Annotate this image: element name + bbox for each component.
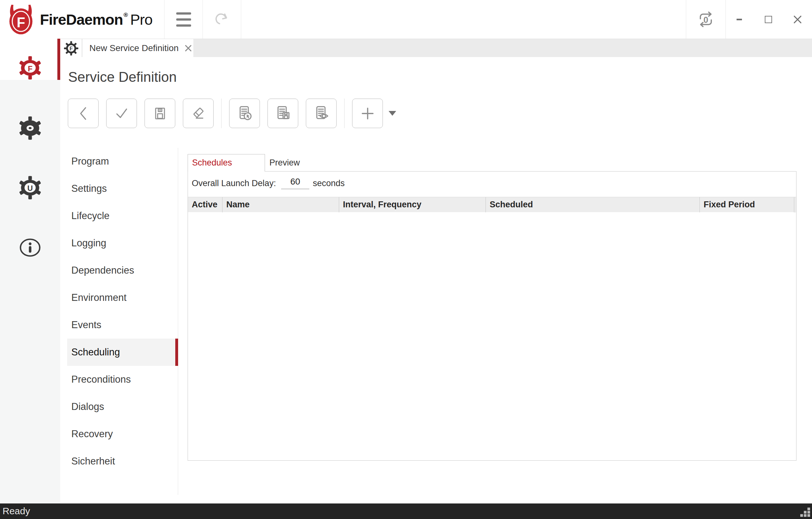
apply-button[interactable] xyxy=(106,98,137,128)
back-icon xyxy=(73,103,93,124)
service-definitions-section-cell[interactable]: F xyxy=(60,39,82,57)
launch-delay-label: Overall Launch Delay: xyxy=(192,178,276,188)
minimize-button[interactable] xyxy=(725,0,754,39)
clear-button[interactable] xyxy=(183,98,213,128)
svg-text:U: U xyxy=(27,184,33,193)
titlebar-separator xyxy=(241,0,241,39)
column-header-scheduled[interactable]: Scheduled xyxy=(486,197,699,212)
nav-item-lifecycle[interactable]: Lifecycle xyxy=(60,202,178,230)
nav-item-settings[interactable]: Settings xyxy=(60,175,178,202)
maximize-button[interactable] xyxy=(754,0,783,39)
tab-preview[interactable]: Preview xyxy=(267,154,334,171)
auto-refresh-button[interactable]: 0 xyxy=(686,0,725,39)
nav-item-dependencies[interactable]: Dependencies xyxy=(60,257,178,284)
nav-item-scheduling[interactable]: Scheduling xyxy=(67,339,178,366)
preview-definition-button[interactable] xyxy=(306,98,337,128)
rail-item-users[interactable]: U xyxy=(0,167,60,208)
tab-title: New Service Definition xyxy=(89,43,179,53)
svg-text:F: F xyxy=(69,46,72,51)
document-tab-strip: F F New Service Definition xyxy=(60,39,812,57)
nav-item-preconditions[interactable]: Preconditions xyxy=(60,366,178,393)
firedaemon-window: F FireDaemon®Pro xyxy=(0,0,812,519)
tab-new-service-definition[interactable]: F New Service Definition xyxy=(82,39,193,57)
document-floppy-icon xyxy=(272,103,293,124)
redo-icon xyxy=(213,10,231,29)
apply-check-icon xyxy=(112,103,132,124)
title-bar: F FireDaemon®Pro xyxy=(0,0,812,39)
minimize-icon xyxy=(736,19,742,20)
svg-text:F: F xyxy=(28,64,33,73)
close-icon xyxy=(793,15,802,24)
tab-schedules[interactable]: Schedules xyxy=(187,154,265,172)
main-menu-button[interactable] xyxy=(165,0,203,39)
nav-item-program[interactable]: Program xyxy=(60,148,178,175)
firedaemon-devil-logo-icon: F xyxy=(5,3,37,35)
brand-registered-mark: ® xyxy=(124,11,128,19)
info-icon xyxy=(17,235,44,260)
brand-name: FireDaemon xyxy=(40,11,123,28)
header-filler xyxy=(794,197,796,212)
svg-text:F: F xyxy=(17,15,25,30)
close-tab-button[interactable] xyxy=(184,44,192,53)
redo-button[interactable] xyxy=(203,0,241,39)
plus-icon xyxy=(357,103,378,124)
brand-title: FireDaemon®Pro xyxy=(40,0,152,39)
launch-delay-input[interactable] xyxy=(281,175,309,189)
save-template-button[interactable] xyxy=(267,98,298,128)
save-floppy-icon xyxy=(150,103,170,124)
scheduling-pane: Schedules Preview Overall Launch Delay: … xyxy=(187,154,796,460)
nav-item-logging[interactable]: Logging xyxy=(60,230,178,257)
hamburger-icon xyxy=(176,12,191,27)
column-header-interval-frequency[interactable]: Interval, Frequency xyxy=(339,197,486,212)
maximize-icon xyxy=(765,16,772,23)
status-text: Ready xyxy=(3,503,30,519)
add-dropdown-arrow[interactable] xyxy=(388,111,396,116)
close-icon xyxy=(184,45,192,52)
nav-item-events[interactable]: Events xyxy=(60,311,178,339)
nav-item-environment[interactable]: Environment xyxy=(60,284,178,311)
page-title: Service Definition xyxy=(68,69,177,85)
column-header-name[interactable]: Name xyxy=(222,197,339,212)
refresh-counter-icon: 0 xyxy=(697,10,715,29)
schedules-panel: Overall Launch Delay: seconds Active Nam… xyxy=(187,171,796,461)
gear-f-icon: F xyxy=(64,41,79,56)
column-header-fixed-period[interactable]: Fixed Period xyxy=(699,197,794,212)
section-nav: Program Settings Lifecycle Logging Depen… xyxy=(60,148,178,475)
save-button[interactable] xyxy=(145,98,175,128)
gear-f-red-icon: F xyxy=(17,55,44,81)
launch-delay-unit: seconds xyxy=(313,178,345,188)
brand-edition: Pro xyxy=(130,11,152,28)
toolbar xyxy=(68,98,396,128)
add-schedule-button[interactable] xyxy=(352,98,383,128)
gear-settings-icon xyxy=(17,115,44,141)
toolbar-separator xyxy=(221,98,222,128)
back-button[interactable] xyxy=(68,98,98,128)
resize-grip[interactable] xyxy=(800,507,810,517)
schedule-table-header: Active Name Interval, Frequency Schedule… xyxy=(188,197,796,212)
nav-item-recovery[interactable]: Recovery xyxy=(60,421,178,448)
rail-item-services[interactable]: F xyxy=(0,47,60,88)
document-cursor-icon xyxy=(234,103,255,124)
column-header-active[interactable]: Active xyxy=(188,197,222,212)
document-eye-icon xyxy=(311,103,332,124)
rail-item-settings[interactable] xyxy=(0,108,60,149)
status-bar: Ready xyxy=(0,503,812,519)
close-window-button[interactable] xyxy=(783,0,812,39)
nav-item-dialogs[interactable]: Dialogs xyxy=(60,393,178,421)
select-definition-button[interactable] xyxy=(229,98,260,128)
main-content: Service Definition xyxy=(60,57,812,503)
eraser-icon xyxy=(188,103,208,124)
nav-content-divider xyxy=(178,148,178,495)
refresh-count: 0 xyxy=(703,15,708,25)
nav-item-sicherheit[interactable]: Sicherheit xyxy=(60,448,178,475)
gear-u-icon: U xyxy=(17,175,44,200)
toolbar-separator xyxy=(344,98,345,128)
rail-item-about[interactable] xyxy=(0,227,60,268)
left-rail: F xyxy=(0,39,60,503)
